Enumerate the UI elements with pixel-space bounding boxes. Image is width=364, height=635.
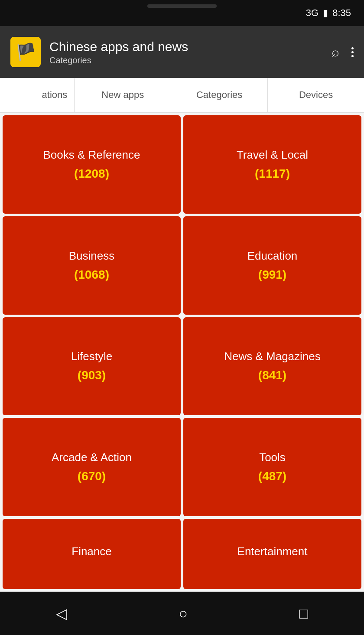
more-options-icon[interactable]	[351, 47, 354, 57]
category-lifestyle-name: Lifestyle	[71, 350, 112, 363]
notch	[147, 4, 217, 8]
recent-apps-button[interactable]: □	[299, 605, 309, 622]
tab-applications[interactable]: ations	[0, 78, 75, 112]
category-books-reference[interactable]: Books & Reference (1208)	[3, 115, 181, 214]
battery-icon: ▮	[323, 7, 328, 19]
category-entertainment[interactable]: Entertainment	[183, 519, 361, 589]
back-button[interactable]: ◁	[56, 605, 67, 622]
category-lifestyle-count: (903)	[78, 368, 106, 382]
china-map-icon: 🏴	[16, 44, 36, 60]
category-arcade-action-name: Arcade & Action	[52, 451, 132, 464]
tab-categories-label: Categories	[196, 89, 242, 101]
category-education-count: (991)	[258, 268, 286, 282]
app-title: Chinese apps and news	[49, 39, 323, 55]
category-finance[interactable]: Finance	[3, 519, 181, 589]
tab-devices[interactable]: Devices	[268, 78, 364, 112]
category-news-magazines-count: (841)	[258, 368, 286, 382]
category-finance-name: Finance	[72, 545, 112, 558]
app-subtitle: Categories	[49, 55, 323, 65]
category-arcade-action[interactable]: Arcade & Action (670)	[3, 418, 181, 516]
category-business[interactable]: Business (1068)	[3, 216, 181, 315]
category-travel-local[interactable]: Travel & Local (1117)	[183, 115, 361, 214]
dot3	[351, 55, 354, 57]
tab-new-apps[interactable]: New apps	[75, 78, 171, 112]
categories-grid: Books & Reference (1208) Travel & Local …	[0, 113, 364, 592]
category-tools-name: Tools	[259, 451, 286, 464]
app-bar-actions: ⌕	[332, 45, 354, 59]
category-entertainment-name: Entertainment	[237, 545, 308, 558]
app-title-block: Chinese apps and news Categories	[49, 39, 323, 65]
tab-new-apps-label: New apps	[101, 89, 144, 101]
category-education-name: Education	[247, 249, 298, 263]
home-button[interactable]: ○	[179, 605, 188, 622]
category-books-reference-count: (1208)	[74, 167, 109, 181]
status-bar: 3G ▮ 8:35	[0, 0, 364, 26]
category-tools[interactable]: Tools (487)	[183, 418, 361, 516]
app-logo: 🏴	[10, 37, 41, 67]
tab-devices-label: Devices	[299, 89, 333, 101]
dot1	[351, 47, 354, 49]
app-bar: 🏴 Chinese apps and news Categories ⌕	[0, 26, 364, 78]
category-news-magazines[interactable]: News & Magazines (841)	[183, 317, 361, 416]
category-news-magazines-name: News & Magazines	[224, 350, 321, 363]
bottom-navigation: ◁ ○ □	[0, 592, 364, 635]
signal-indicator: 3G	[306, 7, 318, 19]
dot2	[351, 51, 354, 53]
tab-categories[interactable]: Categories	[171, 78, 268, 112]
category-travel-local-count: (1117)	[255, 167, 290, 181]
main-content: 🏴 Chinese apps and news Categories ⌕ ati…	[0, 26, 364, 592]
status-bar-right: 3G ▮ 8:35	[306, 7, 351, 19]
search-icon[interactable]: ⌕	[332, 45, 339, 59]
tabs-bar: ations New apps Categories Devices	[0, 78, 364, 113]
category-education[interactable]: Education (991)	[183, 216, 361, 315]
category-arcade-action-count: (670)	[78, 469, 106, 483]
category-tools-count: (487)	[258, 469, 286, 483]
categories-scroll: Books & Reference (1208) Travel & Local …	[0, 113, 364, 592]
category-lifestyle[interactable]: Lifestyle (903)	[3, 317, 181, 416]
category-business-count: (1068)	[74, 268, 109, 282]
tab-applications-label: ations	[42, 89, 68, 101]
category-business-name: Business	[69, 249, 115, 263]
time-display: 8:35	[332, 7, 351, 19]
category-books-reference-name: Books & Reference	[43, 148, 140, 162]
category-travel-local-name: Travel & Local	[237, 148, 308, 162]
